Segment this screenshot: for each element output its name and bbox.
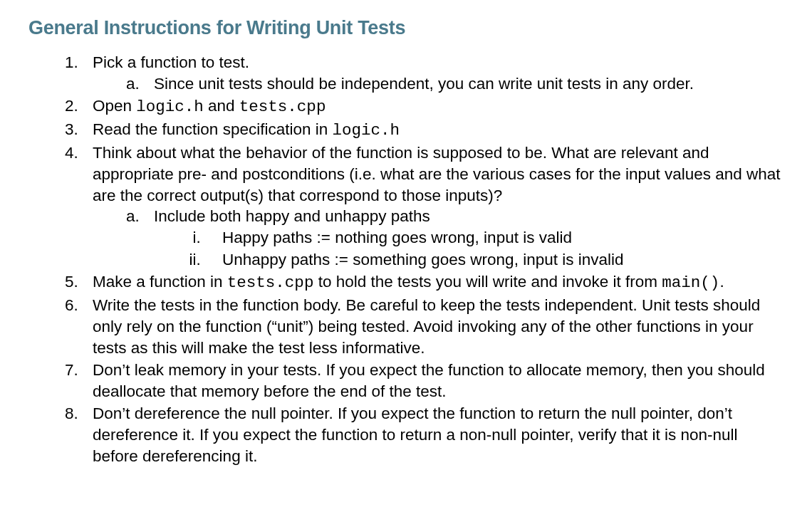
instruction-4: Think about what the behavior of the fun… (83, 142, 784, 271)
instruction-4a: Include both happy and unhappy paths Hap… (144, 206, 784, 271)
instruction-6: Write the tests in the function body. Be… (83, 295, 784, 359)
instruction-text: Include both happy and unhappy paths (154, 207, 430, 225)
code-tests-cpp: tests.cpp (239, 98, 326, 116)
instruction-2: Open logic.h and tests.cpp (83, 95, 784, 118)
code-main: main() (662, 273, 719, 292)
instruction-text: Read the function specification in (93, 120, 332, 138)
instruction-7: Don’t leak memory in your tests. If you … (83, 360, 784, 402)
code-tests-cpp: tests.cpp (227, 273, 314, 292)
section-heading: General Instructions for Writing Unit Te… (28, 17, 784, 39)
instruction-text: Make a function in (93, 273, 227, 291)
instruction-8: Don’t dereference the null pointer. If y… (83, 403, 784, 467)
sublist-1: Since unit tests should be independent, … (93, 73, 784, 95)
instruction-text: . (719, 273, 724, 291)
instruction-1: Pick a function to test. Since unit test… (83, 52, 784, 95)
instruction-5: Make a function in tests.cpp to hold the… (83, 271, 784, 294)
instruction-1a: Since unit tests should be independent, … (144, 73, 784, 95)
instruction-4aii: Unhappy paths := something goes wrong, i… (205, 249, 784, 271)
instruction-3: Read the function specification in logic… (83, 119, 784, 142)
instruction-4ai: Happy paths := nothing goes wrong, input… (205, 227, 784, 249)
code-logic-h: logic.h (332, 121, 400, 140)
instructions-list: Pick a function to test. Since unit test… (28, 52, 784, 467)
instruction-text: Pick a function to test. (93, 53, 249, 71)
sublist-4a: Happy paths := nothing goes wrong, input… (154, 227, 784, 271)
sublist-4: Include both happy and unhappy paths Hap… (93, 206, 784, 271)
instruction-text: Think about what the behavior of the fun… (93, 144, 781, 204)
instruction-text: and (204, 97, 239, 115)
code-logic-h: logic.h (136, 98, 204, 116)
instruction-text: to hold the tests you will write and inv… (313, 273, 662, 291)
instruction-text: Open (93, 97, 136, 115)
